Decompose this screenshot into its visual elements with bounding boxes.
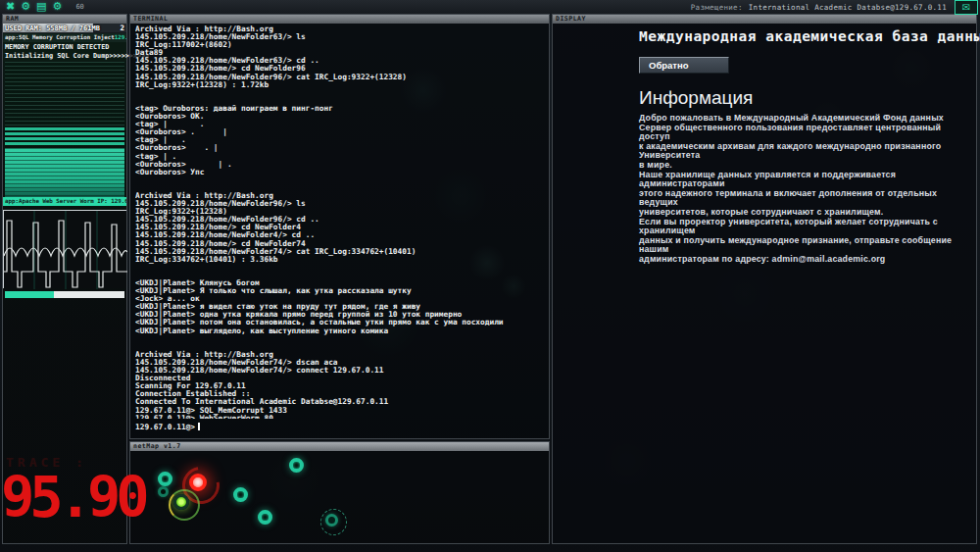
- gear-icon[interactable]: ⚙: [21, 1, 30, 13]
- back-button[interactable]: Обратно: [639, 57, 729, 74]
- running-app-sql-corrupt[interactable]: app:SQL Memory Corruption Inject129.67.0…: [3, 33, 126, 42]
- app-sql-label: app:SQL Memory Corruption Inject: [5, 34, 115, 40]
- netmap-node[interactable]: [258, 510, 272, 525]
- display-content: Международная академическая база данных …: [639, 25, 970, 265]
- gear-icon[interactable]: ⚙: [53, 1, 63, 13]
- worm-progress-fill: [5, 291, 54, 298]
- display-panel: DISPLAY Международная академическая база…: [552, 14, 977, 544]
- netmap-node[interactable]: [233, 487, 248, 502]
- location-value: International Academic Databse@129.67.0.…: [749, 3, 947, 12]
- corrupted-memory-visual: [5, 148, 124, 197]
- close-icon[interactable]: ✖: [6, 1, 15, 13]
- display-panel-header: DISPLAY: [553, 15, 976, 24]
- running-app-web-worm[interactable]: app:Apache Web Server Worm IP: 129.67.0.…: [3, 197, 126, 206]
- netmap-panel: netMap v1.7: [129, 441, 550, 544]
- memory-block-table: [5, 127, 124, 147]
- info-text: Добро пожаловать в Международный Академи…: [639, 114, 970, 265]
- terminal-output: Archived Via : http://Bash.org 145.105.2…: [135, 25, 547, 419]
- netmap-node[interactable]: [158, 486, 169, 497]
- app-sql-ip: 129.67.0.11: [115, 34, 126, 40]
- netmap-node[interactable]: [289, 458, 304, 473]
- terminal-prompt: 129.67.0.11@>: [135, 423, 195, 431]
- worm-progress-bar: [5, 291, 124, 298]
- server-title: Международная академическая база данных: [639, 28, 970, 44]
- fps-counter: 60: [75, 3, 83, 11]
- notes-icon[interactable]: ▤: [36, 1, 46, 13]
- terminal-panel-header: TERMINAL: [130, 15, 549, 24]
- ram-usage-text: USED RAM: 558MB / 761MB: [5, 24, 100, 33]
- sql-core-dump-output: [5, 62, 124, 126]
- server-banner-art: [555, 25, 636, 541]
- app-worm-label: app:Apache Web Server Worm IP: 129.67.0.…: [5, 198, 126, 204]
- top-bar: ✖ ⚙ ▤ ⚙ 60 Размещение:International Acad…: [0, 0, 980, 14]
- trace-percent: 95.90: [1, 465, 145, 529]
- worm-waveform-display: [3, 210, 126, 288]
- waveform-graphic: [4, 211, 127, 289]
- netmap-panel-header: netMap v1.7: [130, 442, 549, 451]
- netmap-node-target[interactable]: [189, 474, 207, 491]
- connected-location: Размещение:International Academic Databs…: [691, 3, 947, 12]
- envelope-icon[interactable]: ✉: [955, 0, 978, 15]
- terminal-cursor: [198, 423, 200, 430]
- terminal-panel: TERMINAL Archived Via : http://Bash.org …: [129, 14, 550, 439]
- netmap-node[interactable]: [158, 472, 172, 486]
- ram-queue-count: 2: [120, 24, 124, 33]
- netmap-node[interactable]: [325, 514, 338, 527]
- info-heading: Информация: [639, 87, 970, 109]
- terminal-prompt-line[interactable]: 129.67.0.11@>: [135, 423, 200, 431]
- ram-panel-header: RAM: [3, 15, 126, 24]
- location-label: Размещение:: [691, 3, 743, 12]
- netmap-node-active[interactable]: [173, 494, 189, 510]
- ram-usage-bar: USED RAM: 558MB / 761MB 2: [3, 24, 126, 33]
- memory-corruption-status: MEMORY CORRUPTION DETECTED Initializing …: [3, 42, 126, 61]
